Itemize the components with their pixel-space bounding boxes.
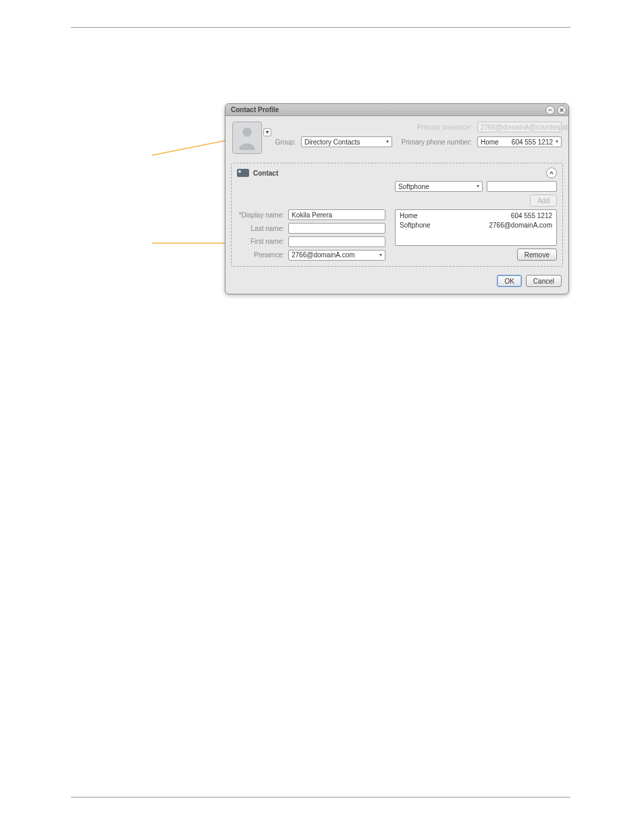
remove-button[interactable]: Remove	[517, 249, 557, 261]
contact-section: Contact Softphone ▾ Add	[231, 163, 563, 267]
primary-presence-value: 2766@domainA@counterpath.c	[481, 124, 569, 131]
page-divider-top	[71, 27, 570, 28]
presence-label: Presence:	[237, 251, 284, 259]
primary-phone-number: 604 555 1212	[512, 138, 556, 146]
group-value: Directory Contacts	[304, 138, 360, 146]
presence-select[interactable]: 2766@domainA.com ▾	[288, 250, 385, 261]
cancel-button[interactable]: Cancel	[526, 275, 562, 287]
svg-point-6	[242, 128, 251, 136]
first-name-label: First name:	[237, 238, 284, 245]
method-label: Softphone	[400, 221, 431, 230]
first-name-input[interactable]	[288, 236, 385, 247]
chevron-down-icon: ▾	[379, 253, 382, 258]
contact-methods-list[interactable]: Home 604 555 1212 Softphone 2766@domainA…	[395, 209, 557, 246]
collapse-button[interactable]	[546, 167, 557, 178]
primary-phone-select[interactable]: Home 604 555 1212 ▾	[477, 136, 562, 147]
primary-phone-label: Primary phone number:	[398, 138, 472, 146]
header-panel: ▾ Primary presence: 2766@domainA@counter…	[225, 116, 568, 160]
window-title: Contact Profile	[231, 106, 279, 113]
phone-value-input[interactable]	[487, 181, 557, 192]
presence-value: 2766@domainA.com	[292, 251, 355, 259]
dialog-footer: OK Cancel	[225, 271, 568, 294]
minimize-button[interactable]	[545, 105, 555, 115]
contact-profile-dialog: Contact Profile ▾ Primary presence:	[225, 103, 569, 294]
method-value: 2766@domainA.com	[489, 221, 552, 230]
method-label: Home	[400, 211, 418, 221]
avatar	[232, 122, 262, 154]
ok-button[interactable]: OK	[497, 275, 521, 287]
person-icon	[235, 124, 259, 151]
titlebar: Contact Profile	[225, 104, 568, 116]
list-item: Home 604 555 1212	[400, 211, 552, 221]
add-button[interactable]: Add	[530, 194, 557, 207]
page-divider-bottom	[71, 797, 570, 798]
contact-card-icon	[237, 169, 249, 177]
primary-presence-select: 2766@domainA@counterpath.c ▾	[477, 122, 562, 132]
close-button[interactable]	[557, 105, 566, 115]
last-name-label: Last name:	[237, 225, 284, 232]
contact-section-title: Contact	[253, 170, 278, 177]
group-select[interactable]: Directory Contacts ▾	[301, 136, 392, 147]
primary-presence-label: Primary presence:	[398, 124, 472, 131]
primary-phone-type: Home	[481, 138, 499, 146]
display-name-input[interactable]: Kokila Perera	[288, 209, 385, 220]
method-value: 604 555 1212	[511, 211, 552, 221]
list-item: Softphone 2766@domainA.com	[400, 221, 552, 230]
chevron-down-icon: ▾	[386, 139, 389, 145]
last-name-input[interactable]	[288, 223, 385, 234]
chevron-up-icon	[549, 170, 554, 176]
chevron-down-icon: ▾	[266, 130, 269, 135]
group-label: Group:	[269, 138, 296, 146]
display-name-value: Kokila Perera	[292, 211, 332, 219]
phone-type-select[interactable]: Softphone ▾	[395, 181, 483, 192]
chevron-down-icon: ▾	[477, 184, 479, 189]
chevron-down-icon: ▾	[556, 139, 558, 145]
display-name-label: *Display name:	[237, 211, 284, 219]
avatar-menu-button[interactable]: ▾	[263, 128, 271, 136]
phone-type-value: Softphone	[398, 183, 429, 190]
